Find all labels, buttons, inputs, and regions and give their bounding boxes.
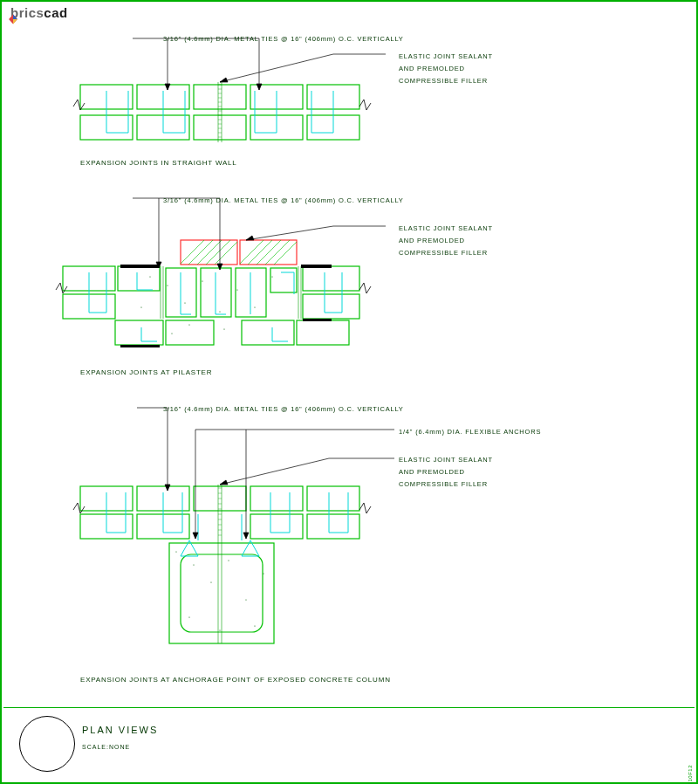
svg-rect-49 — [297, 320, 349, 345]
svg-rect-45 — [270, 268, 297, 292]
svg-point-119 — [188, 616, 189, 617]
svg-point-121 — [219, 629, 220, 630]
svg-point-115 — [210, 581, 211, 582]
svg-point-71 — [188, 324, 189, 325]
svg-marker-88 — [246, 236, 254, 240]
section2-ties-note: 3/16" (4.6mm) DIA. METAL TIES @ 16" (406… — [163, 196, 404, 204]
svg-marker-26 — [165, 84, 170, 90]
section1-sealant-line2: AND PREMOLDED — [399, 65, 465, 72]
section1-sealant-line1: ELASTIC JOINT SEALANT — [399, 52, 493, 60]
section3-sealant-line1: ELASTIC JOINT SEALANT — [399, 456, 493, 464]
svg-rect-41 — [166, 320, 214, 345]
svg-line-60 — [262, 237, 292, 268]
svg-line-58 — [244, 237, 275, 268]
svg-marker-123 — [165, 485, 170, 491]
section2-sealant-line2: AND PREMOLDED — [399, 237, 465, 244]
section1-ties-note: 3/16" (4.6mm) DIA. METAL TIES @ 16" (406… — [163, 35, 404, 43]
svg-rect-78 — [120, 265, 160, 268]
section3-anchors-note: 1/4" (6.4mm) DIA. FLEXIBLE ANCHORS — [399, 428, 541, 436]
svg-point-66 — [219, 311, 220, 312]
svg-rect-81 — [303, 319, 332, 321]
brand-part2: cad — [44, 5, 67, 20]
footer-detail-circle — [19, 716, 75, 772]
svg-point-72 — [140, 306, 141, 307]
svg-line-59 — [253, 237, 284, 268]
svg-point-67 — [236, 289, 237, 290]
svg-point-63 — [167, 285, 168, 285]
app-header: bricscad — [7, 5, 68, 20]
section3-sealant-line3: COMPRESSIBLE FILLER — [399, 480, 488, 488]
section3-title: EXPANSION JOINTS AT ANCHORAGE POINT OF E… — [80, 676, 391, 684]
svg-point-120 — [254, 625, 255, 626]
svg-rect-98 — [307, 514, 359, 539]
svg-line-131 — [220, 458, 329, 485]
svg-marker-126 — [243, 533, 249, 539]
svg-point-69 — [271, 276, 272, 277]
svg-point-118 — [263, 573, 263, 574]
footer-separator — [3, 707, 695, 708]
svg-point-62 — [149, 276, 150, 277]
svg-point-114 — [193, 564, 194, 565]
svg-marker-29 — [257, 84, 262, 90]
svg-marker-128 — [193, 533, 198, 539]
svg-rect-80 — [301, 265, 332, 268]
section3-drawing — [54, 399, 421, 687]
svg-rect-47 — [303, 294, 359, 319]
svg-rect-2 — [194, 85, 246, 109]
section2-sealant-line1: ELASTIC JOINT SEALANT — [399, 224, 493, 232]
svg-point-64 — [184, 302, 185, 303]
svg-point-70 — [171, 333, 172, 334]
section1-drawing — [54, 28, 403, 176]
svg-line-31 — [220, 54, 333, 82]
svg-marker-32 — [220, 78, 228, 82]
drawing-credit: TM210F12 — [688, 765, 693, 784]
svg-rect-97 — [250, 514, 303, 539]
svg-point-65 — [202, 280, 202, 281]
footer-scale: SCALE:NONE — [82, 744, 130, 750]
section3-sealant-line2: AND PREMOLDED — [399, 468, 465, 476]
svg-rect-79 — [120, 345, 160, 347]
svg-point-117 — [245, 599, 246, 600]
svg-rect-46 — [303, 266, 359, 291]
section1-title: EXPANSION JOINTS IN STRAIGHT WALL — [80, 159, 237, 167]
svg-line-87 — [246, 226, 333, 240]
svg-point-73 — [223, 328, 224, 329]
section2-drawing — [45, 189, 412, 390]
svg-rect-7 — [194, 115, 246, 140]
svg-rect-94 — [307, 486, 359, 511]
footer-title: PLAN VIEWS — [82, 725, 158, 735]
section2-sealant-line3: COMPRESSIBLE FILLER — [399, 249, 488, 257]
section1-sealant-line3: COMPRESSIBLE FILLER — [399, 77, 488, 85]
svg-rect-93 — [250, 486, 303, 511]
section3-ties-note: 3/16" (4.6mm) DIA. METAL TIES @ 16" (406… — [163, 405, 404, 413]
svg-point-68 — [254, 306, 255, 307]
svg-marker-132 — [220, 480, 228, 485]
drawing-canvas: bricscad — [0, 0, 698, 784]
svg-marker-85 — [217, 264, 222, 270]
svg-line-52 — [185, 237, 216, 268]
svg-rect-38 — [118, 266, 160, 291]
svg-point-116 — [228, 560, 229, 560]
section2-title: EXPANSION JOINTS AT PILASTER — [80, 368, 212, 376]
svg-point-113 — [175, 551, 176, 552]
